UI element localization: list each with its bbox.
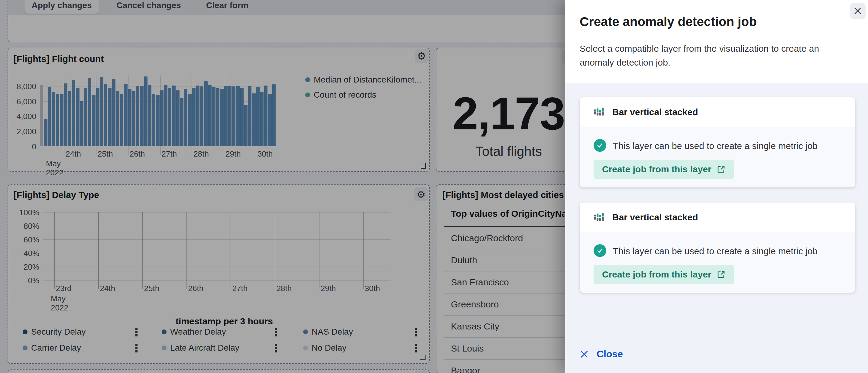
layer-card-header: Bar vertical stacked [580, 203, 855, 232]
external-link-icon [717, 270, 725, 279]
external-link-icon [717, 165, 725, 174]
compatibility-text: This layer can be used to create a singl… [613, 246, 817, 256]
bar-vertical-stacked-icon [594, 211, 606, 223]
layer-type-label: Bar vertical stacked [612, 212, 698, 222]
create-job-button-label: Create job from this layer [602, 164, 711, 175]
create-job-button[interactable]: Create job from this layer [594, 265, 734, 284]
layer-type-label: Bar vertical stacked [612, 107, 698, 117]
compatibility-text: This layer can be used to create a singl… [613, 141, 817, 151]
check-circle-icon [594, 244, 606, 257]
create-job-button-label: Create job from this layer [602, 269, 711, 280]
create-job-button[interactable]: Create job from this layer [594, 160, 734, 179]
flyout-body: Bar vertical stacked This layer can be u… [565, 84, 868, 373]
close-icon [580, 350, 589, 359]
layer-card-body: This layer can be used to create a singl… [580, 127, 855, 187]
create-anomaly-job-flyout: Create anomaly detection job Select a co… [565, 0, 868, 373]
app-root: Apply changes Cancel changes Clear form … [0, 0, 868, 373]
bar-vertical-stacked-icon [594, 106, 606, 118]
layer-card-header: Bar vertical stacked [580, 97, 855, 127]
layer-card: Bar vertical stacked This layer can be u… [580, 203, 855, 292]
flyout-description: Select a compatible layer from the visua… [580, 42, 846, 69]
flyout-title: Create anomaly detection job [580, 14, 757, 29]
close-icon [854, 7, 862, 15]
check-circle-icon [594, 139, 606, 152]
layer-card-body: This layer can be used to create a singl… [580, 232, 855, 292]
layer-card: Bar vertical stacked This layer can be u… [580, 97, 855, 187]
close-button[interactable] [850, 3, 866, 19]
flyout-close-label: Close [597, 348, 623, 360]
flyout-footer-close[interactable]: Close [580, 348, 623, 360]
